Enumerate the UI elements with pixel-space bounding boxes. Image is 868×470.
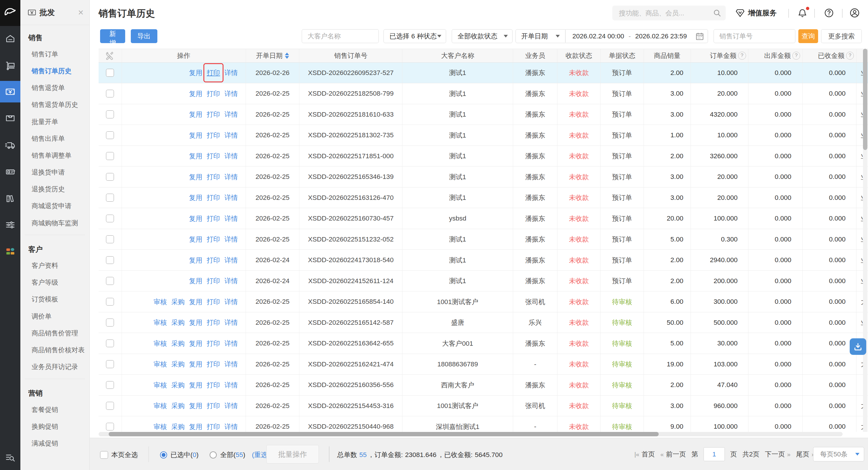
action-link-打印[interactable]: 打印 (207, 380, 220, 390)
vertical-scrollbar[interactable] (863, 49, 867, 432)
menu-item-套餐促销[interactable]: 套餐促销 (25, 401, 85, 418)
action-link-采购[interactable]: 采购 (171, 422, 185, 431)
action-link-复用[interactable]: 复用 (189, 276, 202, 285)
notifications-button[interactable] (797, 0, 808, 26)
action-link-审核[interactable]: 审核 (154, 297, 167, 307)
menu-item-商城购物车监测[interactable]: 商城购物车监测 (20, 215, 89, 231)
page-size-select[interactable]: 每页50条 (813, 447, 864, 462)
menu-item-退换货历史[interactable]: 退换货历史 (20, 181, 89, 197)
account-button[interactable] (849, 0, 860, 26)
page-number-input[interactable] (704, 447, 724, 461)
action-link-复用[interactable]: 复用 (189, 339, 202, 348)
action-link-打印[interactable]: 打印 (207, 131, 220, 140)
row-checkbox[interactable] (106, 423, 114, 431)
help-button[interactable] (824, 0, 834, 26)
customer-name-input[interactable]: 大客户名称 (302, 29, 379, 43)
next-page-button[interactable]: 下一页 (765, 450, 785, 459)
first-page-button[interactable]: 首页 (642, 450, 655, 459)
status-filter-select[interactable]: 已选择 6 种状态 (383, 29, 446, 43)
rail-sliders-icon[interactable] (0, 214, 20, 235)
action-link-采购[interactable]: 采购 (171, 297, 185, 307)
rail-search-list-icon[interactable] (0, 447, 20, 468)
action-link-详情[interactable]: 详情 (224, 193, 238, 202)
action-link-复用[interactable]: 复用 (189, 380, 202, 390)
row-checkbox[interactable] (106, 194, 114, 201)
prev-page-button[interactable]: 前一页 (666, 450, 686, 459)
row-checkbox[interactable] (106, 235, 114, 243)
row-checkbox[interactable] (106, 277, 114, 285)
action-link-详情[interactable]: 详情 (224, 359, 238, 369)
vas-button[interactable]: 增值服务 (735, 0, 777, 26)
action-link-详情[interactable]: 详情 (224, 318, 238, 327)
action-link-审核[interactable]: 审核 (154, 380, 167, 390)
help-circle-icon[interactable]: ? (846, 52, 854, 59)
action-link-复用[interactable]: 复用 (189, 89, 202, 98)
action-link-打印[interactable]: 打印 (207, 173, 220, 182)
menu-item-销售退货单历史[interactable]: 销售退货单历史 (20, 96, 89, 113)
action-link-复用[interactable]: 复用 (189, 422, 202, 431)
action-link-打印[interactable]: 打印 (207, 422, 220, 431)
action-link-采购[interactable]: 采购 (171, 318, 185, 327)
action-link-详情[interactable]: 详情 (224, 235, 238, 244)
column-header-settings[interactable] (99, 49, 122, 62)
all-radio[interactable] (210, 451, 217, 459)
menu-item-销售订单历史[interactable]: 销售订单历史 (20, 63, 89, 80)
select-all-checkbox[interactable] (100, 451, 108, 459)
help-circle-icon[interactable]: ? (793, 52, 800, 59)
rail-home-icon[interactable] (0, 28, 20, 49)
action-link-复用[interactable]: 复用 (189, 173, 202, 182)
payment-filter-select[interactable]: 全部收款状态 (452, 29, 513, 43)
row-checkbox[interactable] (106, 298, 114, 306)
action-link-复用[interactable]: 复用 (189, 235, 202, 244)
global-search-input[interactable]: 搜功能、商品、会员... (612, 6, 726, 21)
action-link-审核[interactable]: 审核 (154, 359, 167, 369)
action-link-详情[interactable]: 详情 (224, 173, 238, 182)
menu-item-换购促销[interactable]: 换购促销 (25, 418, 85, 435)
row-checkbox[interactable] (106, 381, 114, 389)
action-link-详情[interactable]: 详情 (224, 256, 238, 265)
query-button[interactable]: 查询 (798, 29, 818, 43)
row-checkbox[interactable] (106, 131, 114, 139)
rail-apps-grid-icon[interactable] (0, 241, 20, 262)
action-link-采购[interactable]: 采购 (171, 401, 185, 410)
help-circle-icon[interactable]: ? (738, 52, 746, 59)
rail-sales-money-icon[interactable] (0, 81, 20, 102)
action-link-复用[interactable]: 复用 (189, 318, 202, 327)
action-link-详情[interactable]: 详情 (224, 110, 238, 119)
action-link-打印[interactable]: 打印 (207, 297, 220, 307)
action-link-复用[interactable]: 复用 (189, 110, 202, 119)
action-link-打印[interactable]: 打印 (207, 339, 220, 348)
action-link-详情[interactable]: 详情 (224, 401, 238, 410)
action-link-详情[interactable]: 详情 (224, 89, 238, 98)
more-search-button[interactable]: 更多搜索 (821, 29, 862, 43)
row-checkbox[interactable] (106, 402, 114, 409)
row-checkbox[interactable] (106, 69, 114, 76)
action-link-详情[interactable]: 详情 (224, 131, 238, 140)
action-link-采购[interactable]: 采购 (171, 339, 185, 348)
action-link-详情[interactable]: 详情 (224, 339, 238, 348)
row-checkbox[interactable] (106, 215, 114, 222)
menu-item-批量开单[interactable]: 批量开单 (20, 113, 89, 130)
action-link-审核[interactable]: 审核 (154, 422, 167, 431)
menu-item-销售出库单[interactable]: 销售出库单 (20, 130, 89, 147)
last-page-button[interactable]: 尾页 (796, 450, 809, 459)
action-link-采购[interactable]: 采购 (171, 359, 185, 369)
date-range-control[interactable]: 开单日期 2026.02.24 00:00 - 2026.02.26 23:59 (516, 29, 708, 43)
menu-item-业务员拜访记录[interactable]: 业务员拜访记录 (25, 358, 85, 375)
menu-item-商品销售价管理[interactable]: 商品销售价管理 (25, 325, 85, 342)
action-link-复用[interactable]: 复用 (189, 297, 202, 307)
row-checkbox[interactable] (106, 90, 114, 97)
vertical-scrollbar-thumb[interactable] (863, 49, 867, 150)
menu-item-订货模板[interactable]: 订货模板 (25, 291, 85, 308)
horizontal-scrollbar[interactable] (99, 432, 843, 436)
batch-operation-button[interactable]: 批量操作 (266, 445, 319, 464)
menu-item-销售退货单[interactable]: 销售退货单 (20, 80, 89, 96)
menu-item-调价单[interactable]: 调价单 (25, 308, 85, 325)
row-checkbox[interactable] (106, 318, 114, 326)
action-link-采购[interactable]: 采购 (171, 380, 185, 390)
order-no-input[interactable]: 销售订单号 (714, 29, 796, 43)
action-link-详情[interactable]: 详情 (224, 276, 238, 285)
action-link-审核[interactable]: 审核 (154, 339, 167, 348)
action-link-复用[interactable]: 复用 (189, 214, 202, 223)
action-link-审核[interactable]: 审核 (154, 401, 167, 410)
